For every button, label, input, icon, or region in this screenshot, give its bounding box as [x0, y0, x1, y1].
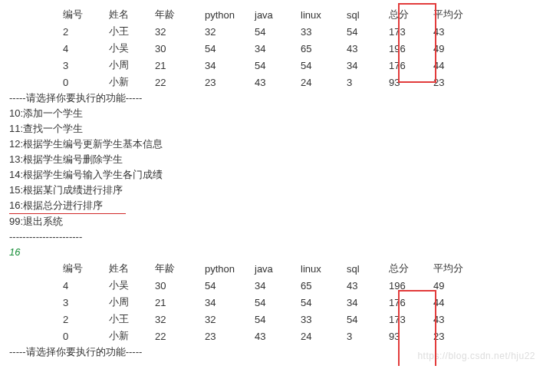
- menu-item: 12:根据学生编号更新学生基本信息: [9, 137, 534, 152]
- cell: 65: [301, 277, 347, 294]
- cell: 23: [205, 328, 255, 344]
- cell: 32: [205, 311, 255, 328]
- cell: 4: [63, 40, 109, 57]
- cell: [9, 57, 63, 74]
- cell: 23: [205, 74, 255, 91]
- col-linux: linux: [301, 6, 347, 23]
- cell: 4: [63, 277, 109, 294]
- col-age: 年龄: [155, 6, 205, 23]
- table-row: 2小王323254335417343: [9, 311, 479, 328]
- cell: 小周: [109, 57, 155, 74]
- cell: 30: [155, 40, 205, 57]
- cell: [9, 328, 63, 344]
- cell: 34: [205, 57, 255, 74]
- watermark: https://blog.csdn.net/hju22: [417, 351, 535, 361]
- cell: 3: [63, 294, 109, 311]
- menu-item: 14:根据学生编号输入学生各门成绩: [9, 167, 534, 183]
- col-id: 编号: [63, 6, 109, 23]
- cell: 54: [205, 277, 255, 294]
- cell: 30: [155, 277, 205, 294]
- cell: 3: [347, 328, 389, 344]
- cell: 176: [389, 294, 433, 311]
- cell: 小新: [109, 74, 155, 91]
- cell: 93: [389, 328, 433, 344]
- table-row: 3小周213454543417644: [9, 57, 479, 74]
- col-sql: sql: [347, 260, 389, 277]
- cell: [9, 294, 63, 311]
- user-input-value: 16: [9, 245, 534, 260]
- cell: 43: [347, 277, 389, 294]
- cell: 21: [155, 294, 205, 311]
- cell: 44: [433, 57, 479, 74]
- cell: 小吴: [109, 277, 155, 294]
- cell: 43: [347, 40, 389, 57]
- cell: [9, 311, 63, 328]
- cell: 65: [301, 40, 347, 57]
- cell: [9, 23, 63, 40]
- table-row: 2小王323254335417343: [9, 23, 479, 40]
- cell: 3: [63, 57, 109, 74]
- cell: 23: [433, 74, 479, 91]
- cell: 93: [389, 74, 433, 91]
- cell: 21: [155, 57, 205, 74]
- cell: 0: [63, 328, 109, 344]
- cell: 54: [347, 311, 389, 328]
- cell: 22: [155, 328, 205, 344]
- cell: 43: [255, 74, 301, 91]
- col-java: java: [255, 6, 301, 23]
- menu-item: 10:添加一个学生: [9, 106, 534, 121]
- cell: [9, 40, 63, 57]
- cell: 49: [433, 40, 479, 57]
- cell: 54: [255, 294, 301, 311]
- cell: 43: [433, 23, 479, 40]
- cell: 196: [389, 277, 433, 294]
- cell: 54: [205, 40, 255, 57]
- menu-item: 11:查找一个学生: [9, 121, 534, 137]
- cell: 3: [347, 74, 389, 91]
- cell: 34: [255, 40, 301, 57]
- cell: 小王: [109, 23, 155, 40]
- cell: 小周: [109, 294, 155, 311]
- cell: 49: [433, 277, 479, 294]
- cell: 33: [301, 23, 347, 40]
- cell: 小王: [109, 311, 155, 328]
- col-total: 总分: [389, 6, 433, 23]
- col-linux: linux: [301, 260, 347, 277]
- col-avg: 平均分: [433, 260, 479, 277]
- table-header-row: 编号 姓名 年龄 python java linux sql 总分 平均分: [9, 6, 479, 23]
- cell: 小吴: [109, 40, 155, 57]
- cell: 54: [255, 23, 301, 40]
- table-row: 4小吴305434654319649: [9, 40, 479, 57]
- student-table-after: 编号 姓名 年龄 python java linux sql 总分 平均分 4小…: [9, 260, 479, 344]
- cell: 24: [301, 328, 347, 344]
- cell: 34: [205, 294, 255, 311]
- col-java: java: [255, 260, 301, 277]
- col-name: 姓名: [109, 6, 155, 23]
- cell: 32: [155, 23, 205, 40]
- cell: 173: [389, 311, 433, 328]
- cell: [9, 74, 63, 91]
- menu-title: -----请选择你要执行的功能-----: [9, 91, 534, 106]
- cell: 54: [301, 57, 347, 74]
- col-name: 姓名: [109, 260, 155, 277]
- student-table-before: 编号 姓名 年龄 python java linux sql 总分 平均分 2小…: [9, 6, 479, 91]
- col-age: 年龄: [155, 260, 205, 277]
- col-id: 编号: [63, 260, 109, 277]
- table-row: 0小新2223432439323: [9, 328, 479, 344]
- cell: 34: [347, 294, 389, 311]
- cell: 2: [63, 311, 109, 328]
- cell: 176: [389, 57, 433, 74]
- cell: 34: [347, 57, 389, 74]
- table-row: 3小周213454543417644: [9, 294, 479, 311]
- cell: 22: [155, 74, 205, 91]
- menu-item: 15:根据某门成绩进行排序: [9, 183, 534, 198]
- cell: 33: [301, 311, 347, 328]
- cell: 小新: [109, 328, 155, 344]
- cell: 32: [155, 311, 205, 328]
- cell: 34: [255, 277, 301, 294]
- table-header-row: 编号 姓名 年龄 python java linux sql 总分 平均分: [9, 260, 479, 277]
- table-row: 0小新2223432439323: [9, 74, 479, 91]
- cell: 2: [63, 23, 109, 40]
- menu-item: 13:根据学生编号删除学生: [9, 152, 534, 167]
- cell: 173: [389, 23, 433, 40]
